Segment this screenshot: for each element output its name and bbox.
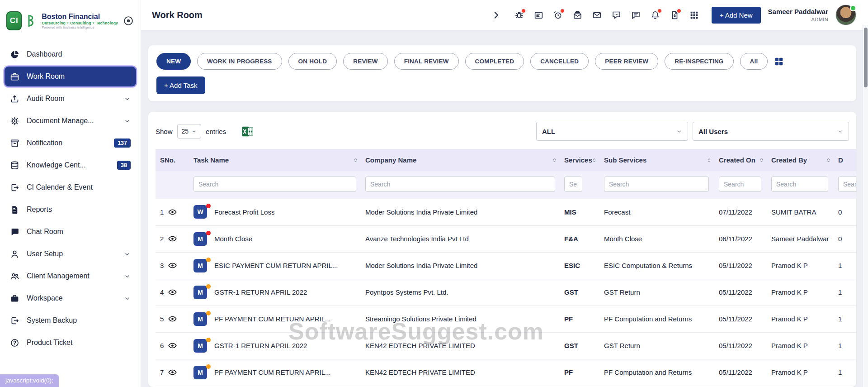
excel-export-icon[interactable] [241,125,254,138]
task-card-icon[interactable] [534,10,543,20]
pie-icon [10,50,20,59]
created-by: Pramod K P [767,279,834,306]
table-row: 7MPF PAYMENT CUM RETURN APRIL...KEN42 ED… [156,359,856,386]
column-header-services: Services [560,149,599,171]
search-d-input[interactable] [838,177,856,192]
sort-icon[interactable] [551,157,558,163]
filter-pill-cancelled[interactable]: CANCELLED [530,53,589,70]
column-header-sub-services: Sub Services [599,149,714,171]
search-sub-services-input[interactable] [604,177,709,192]
sidebar-item-user-setup[interactable]: User Setup [5,244,136,264]
filter-pill-re-inspecting[interactable]: RE-INSPECTING [665,53,733,70]
search-created-on-input[interactable] [719,177,761,192]
row-number: 7 [160,368,164,376]
search-task-name-input[interactable] [193,177,356,192]
user-menu[interactable]: Sameer Paddalwar ADMIN [768,7,828,23]
archive-icon [10,139,20,148]
sidebar-item-audit-room[interactable]: Audit Room [5,89,136,109]
sidebar-item-ci-calender-event[interactable]: CI Calender & Event [5,177,136,197]
sidebar-item-label: Client Management [27,272,117,280]
filter-pill-final-review[interactable]: FINAL REVIEW [394,53,459,70]
sidebar-item-label: Notification [27,139,107,147]
eye-icon[interactable] [168,234,177,244]
sort-icon[interactable] [706,157,712,163]
eye-icon[interactable] [168,261,177,270]
filter-pill-work-in-progress[interactable]: WORK IN PROGRESS [197,53,282,70]
apps-grid-icon[interactable] [689,10,699,20]
eye-icon[interactable] [168,287,177,297]
column-header-created-by: Created By [767,149,834,171]
boston-financial-logo: Boston Financial Outsourcing + Consultin… [26,12,118,29]
bug-report-icon[interactable] [514,10,524,20]
comment-icon[interactable] [612,10,621,20]
sidebar-item-workspace[interactable]: Workspace [5,288,136,308]
sort-icon[interactable] [758,157,765,163]
chat-message-icon[interactable] [631,10,641,20]
sort-icon[interactable] [825,157,832,163]
task-name: GSTR-1 RETURN APRIL 2022 [214,342,307,349]
sort-icon[interactable] [352,157,359,163]
sidebar-item-notification[interactable]: Notification137 [5,133,136,153]
chevron-down-icon [124,118,131,124]
add-new-button[interactable]: + Add New [712,7,761,24]
filter-pill-completed[interactable]: COMPLETED [465,53,524,70]
notification-bell-icon[interactable] [651,10,660,20]
eye-icon[interactable] [168,368,177,377]
table-row: 4MGSTR-1 RETURN APRIL 2022Poyntpos Syste… [156,279,856,306]
users-filter-select[interactable]: All Users [693,122,849,141]
chevron-down-icon [124,251,131,258]
sidebar-item-dashboard[interactable]: Dashboard [5,44,136,64]
services-filter-select[interactable]: ALL [536,122,688,141]
search-created-by-input[interactable] [771,177,828,192]
table-row: 6MGSTR-1 RETURN APRIL 2022KEN42 EDTECH P… [156,332,856,359]
page-size-value: 25 [182,128,189,135]
search-company-name-input[interactable] [365,177,555,192]
sidebar-item-knowledge-cent[interactable]: Knowledge Cent...38 [5,155,136,175]
filter-pill-review[interactable]: REVIEW [343,53,387,70]
vertical-scrollbar[interactable] [863,25,868,387]
filter-pill-all[interactable]: All [740,53,768,70]
sidebar-item-reports[interactable]: Reports [5,200,136,220]
users-icon [10,272,20,281]
grid-view-toggle-icon[interactable] [774,57,784,67]
sidebar-item-system-backup[interactable]: System Backup [5,311,136,330]
sidebar-item-product-ticket[interactable]: Product Ticket [5,333,136,353]
search-services-input[interactable] [564,177,582,192]
created-by: Pramod K P [767,359,834,386]
created-by: Pramod K P [767,332,834,359]
add-task-button[interactable]: + Add Task [156,76,205,94]
sidebar-item-document-manage[interactable]: Document Manage... [5,111,136,131]
filter-pill-new[interactable]: NEW [156,53,191,70]
file-export-icon[interactable] [670,10,679,20]
eye-icon[interactable] [168,341,177,350]
filter-pill-peer-review[interactable]: PEER REVIEW [595,53,658,70]
filter-pill-on-hold[interactable]: ON HOLD [288,53,337,70]
sidebar-item-client-management[interactable]: Client Management [5,266,136,286]
eye-icon[interactable] [168,207,177,217]
sidebar-item-label: Workspace [27,294,117,302]
scrollbar-thumb[interactable] [864,28,868,87]
sort-icon[interactable] [591,157,598,163]
mail-icon[interactable] [592,10,602,20]
column-header-d: D [834,149,856,171]
eye-icon[interactable] [168,314,177,324]
service: ESIC [560,252,599,279]
alarm-clock-icon[interactable] [553,10,563,20]
created-on: 05/11/2022 [714,279,767,306]
created-by: Sameer Paddalwar [767,225,834,252]
column-header-company-name: Company Name [361,149,560,171]
page-size-select[interactable]: 25 [177,124,202,139]
sidebar-collapse-button[interactable] [123,15,134,27]
created-on: 05/11/2022 [714,359,767,386]
company-name: KEN42 EDTECH PRIVATE LIMITED [361,332,560,359]
sidebar-item-work-room[interactable]: Work Room [5,67,136,86]
sub-service: Forecast [599,199,714,225]
expand-chevron-icon[interactable] [491,10,501,20]
question-icon [10,338,20,348]
sidebar-item-label: Reports [27,205,131,214]
sidebar-item-chat-room[interactable]: Chat Room [5,222,136,242]
inbox-icon[interactable] [573,10,582,20]
task-type-badge: W [193,205,207,219]
company-name: Poyntpos Systems Pvt. Ltd. [361,279,560,306]
avatar[interactable] [835,5,856,25]
